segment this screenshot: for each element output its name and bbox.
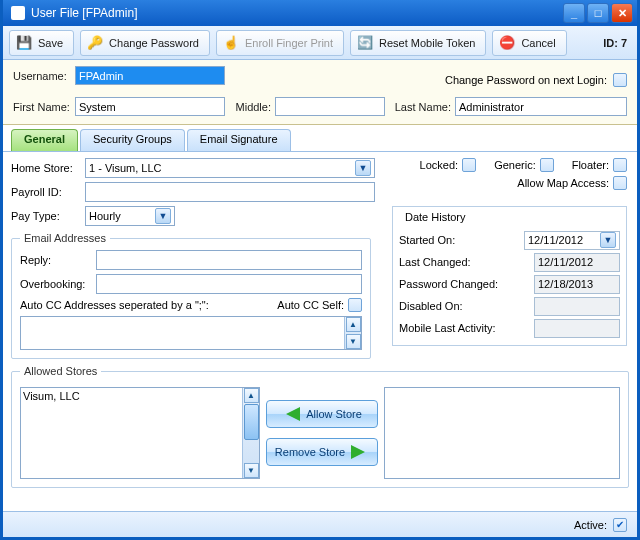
mobile-last-field bbox=[534, 319, 620, 338]
overbooking-field[interactable] bbox=[96, 274, 362, 294]
cancel-label: Cancel bbox=[521, 37, 555, 49]
allow-map-label: Allow Map Access: bbox=[517, 177, 609, 189]
tab-security-groups[interactable]: Security Groups bbox=[80, 129, 185, 151]
window-title: User File [FPAdmin] bbox=[31, 6, 563, 20]
arrow-left-icon bbox=[282, 407, 300, 421]
enroll-fingerprint-button[interactable]: Enroll Finger Print bbox=[216, 30, 344, 56]
change-on-next-label: Change Password on next Login: bbox=[445, 74, 607, 86]
allowed-stores-box: Allowed Stores Visum, LLC ▲ ▼ Allow Stor… bbox=[11, 365, 629, 488]
payroll-id-label: Payroll ID: bbox=[11, 186, 81, 198]
save-label: Save bbox=[38, 37, 63, 49]
last-changed-field: 12/11/2012 bbox=[534, 253, 620, 272]
key-icon bbox=[87, 35, 103, 51]
overbooking-label: Overbooking: bbox=[20, 278, 92, 290]
email-addresses-box: Email Addresses Reply: Overbooking: Auto… bbox=[11, 232, 371, 359]
email-addresses-legend: Email Addresses bbox=[20, 232, 110, 244]
home-store-label: Home Store: bbox=[11, 162, 81, 174]
pay-type-combo[interactable]: Hourly ▼ bbox=[85, 206, 175, 226]
allow-map-checkbox[interactable] bbox=[613, 176, 627, 190]
date-history-box: Date History Started On: 12/11/2012 ▼ La… bbox=[392, 206, 627, 346]
chevron-down-icon: ▼ bbox=[600, 232, 616, 248]
reset-icon bbox=[357, 35, 373, 51]
change-password-button[interactable]: Change Password bbox=[80, 30, 210, 56]
started-on-label: Started On: bbox=[399, 234, 455, 246]
locked-label: Locked: bbox=[420, 159, 459, 171]
maximize-button[interactable]: □ bbox=[587, 3, 609, 23]
mobile-last-label: Mobile Last Activity: bbox=[399, 322, 496, 334]
pwd-changed-label: Password Changed: bbox=[399, 278, 498, 290]
lastname-field[interactable] bbox=[455, 97, 627, 116]
right-flags: Locked: Generic: Floater: Allow Map Acce… bbox=[392, 158, 627, 194]
scrollbar[interactable]: ▲ ▼ bbox=[344, 317, 361, 349]
fingerprint-icon bbox=[223, 35, 239, 51]
reset-mobile-button[interactable]: Reset Mobile Token bbox=[350, 30, 486, 56]
home-store-value: 1 - Visum, LLC bbox=[89, 162, 162, 174]
generic-checkbox[interactable] bbox=[540, 158, 554, 172]
change-on-next-checkbox[interactable] bbox=[613, 73, 627, 87]
locked-checkbox[interactable] bbox=[462, 158, 476, 172]
payroll-id-field[interactable] bbox=[85, 182, 375, 202]
scrollbar[interactable]: ▲ ▼ bbox=[242, 388, 259, 478]
window-controls: _ □ ✕ bbox=[563, 3, 633, 23]
form-header: Username: Change Password on next Login:… bbox=[3, 60, 637, 125]
toolbar: Save Change Password Enroll Finger Print… bbox=[3, 26, 637, 60]
last-changed-label: Last Changed: bbox=[399, 256, 471, 268]
app-window: User File [FPAdmin] _ □ ✕ Save Change Pa… bbox=[0, 0, 640, 540]
allow-store-button[interactable]: Allow Store bbox=[266, 400, 378, 428]
generic-label: Generic: bbox=[494, 159, 536, 171]
active-label: Active: bbox=[574, 519, 607, 531]
firstname-field[interactable] bbox=[75, 97, 225, 116]
autocc-textarea[interactable]: ▲ ▼ bbox=[20, 316, 362, 350]
scroll-down-icon[interactable]: ▼ bbox=[244, 463, 259, 478]
app-icon bbox=[11, 6, 25, 20]
pay-type-label: Pay Type: bbox=[11, 210, 81, 222]
save-icon bbox=[16, 35, 32, 51]
list-item[interactable]: Visum, LLC bbox=[23, 390, 257, 402]
tab-content-general: Home Store: 1 - Visum, LLC ▼ Payroll ID:… bbox=[3, 152, 637, 511]
enroll-fingerprint-label: Enroll Finger Print bbox=[245, 37, 333, 49]
active-checkbox[interactable]: ✔ bbox=[613, 518, 627, 532]
tab-general[interactable]: General bbox=[11, 129, 78, 151]
scroll-down-icon[interactable]: ▼ bbox=[346, 334, 361, 349]
disabled-on-label: Disabled On: bbox=[399, 300, 463, 312]
chevron-down-icon: ▼ bbox=[355, 160, 371, 176]
tab-email-signature[interactable]: Email Signature bbox=[187, 129, 291, 151]
remove-store-button[interactable]: Remove Store bbox=[266, 438, 378, 466]
cancel-button[interactable]: Cancel bbox=[492, 30, 566, 56]
close-button[interactable]: ✕ bbox=[611, 3, 633, 23]
floater-label: Floater: bbox=[572, 159, 609, 171]
available-stores-list[interactable]: Visum, LLC ▲ ▼ bbox=[20, 387, 260, 479]
tab-bar: General Security Groups Email Signature bbox=[3, 125, 637, 152]
autocc-self-checkbox[interactable] bbox=[348, 298, 362, 312]
scroll-up-icon[interactable]: ▲ bbox=[346, 317, 361, 332]
pwd-changed-field: 12/18/2013 bbox=[534, 275, 620, 294]
autocc-self-label: Auto CC Self: bbox=[277, 299, 344, 311]
floater-checkbox[interactable] bbox=[613, 158, 627, 172]
reply-field[interactable] bbox=[96, 250, 362, 270]
home-store-combo[interactable]: 1 - Visum, LLC ▼ bbox=[85, 158, 375, 178]
id-label: ID: 7 bbox=[603, 37, 631, 49]
scroll-up-icon[interactable]: ▲ bbox=[244, 388, 259, 403]
date-history-legend: Date History bbox=[401, 211, 470, 223]
allowed-stores-list[interactable] bbox=[384, 387, 620, 479]
middle-label: Middle: bbox=[225, 101, 275, 113]
arrow-right-icon bbox=[351, 445, 369, 459]
change-password-label: Change Password bbox=[109, 37, 199, 49]
lastname-label: Last Name: bbox=[385, 101, 455, 113]
titlebar[interactable]: User File [FPAdmin] _ □ ✕ bbox=[3, 0, 637, 26]
store-transfer-buttons: Allow Store Remove Store bbox=[266, 387, 378, 479]
save-button[interactable]: Save bbox=[9, 30, 74, 56]
disabled-on-field bbox=[534, 297, 620, 316]
middle-field[interactable] bbox=[275, 97, 385, 116]
started-on-field[interactable]: 12/11/2012 ▼ bbox=[524, 231, 620, 250]
allowed-stores-legend: Allowed Stores bbox=[20, 365, 101, 377]
reset-mobile-label: Reset Mobile Token bbox=[379, 37, 475, 49]
pay-type-value: Hourly bbox=[89, 210, 121, 222]
cancel-icon bbox=[499, 35, 515, 51]
firstname-label: First Name: bbox=[13, 101, 75, 113]
reply-label: Reply: bbox=[20, 254, 92, 266]
minimize-button[interactable]: _ bbox=[563, 3, 585, 23]
footer: Active: ✔ bbox=[3, 511, 637, 537]
autocc-label: Auto CC Addresses seperated by a ";": bbox=[20, 299, 209, 311]
scroll-thumb[interactable] bbox=[244, 404, 259, 440]
